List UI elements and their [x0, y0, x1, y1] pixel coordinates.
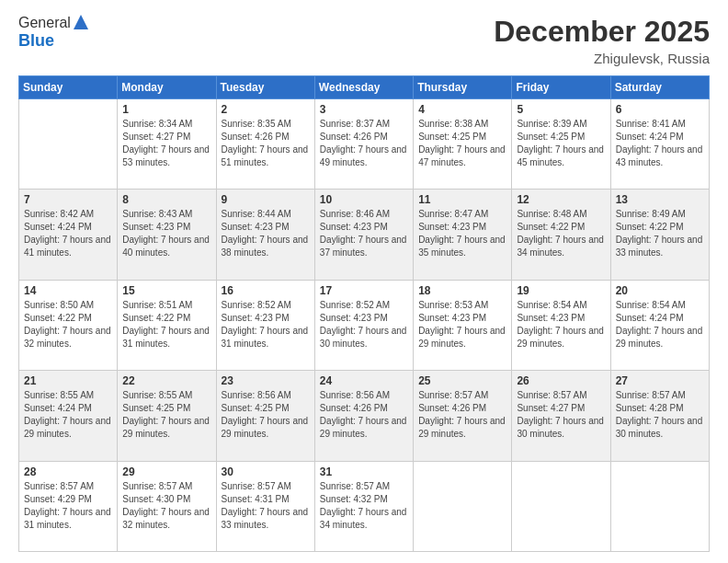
- sunset-text: Sunset: 4:29 PM: [24, 493, 112, 506]
- col-thursday: Thursday: [414, 76, 512, 99]
- day-info: Sunrise: 8:35 AMSunset: 4:26 PMDaylight:…: [222, 118, 310, 169]
- col-saturday: Saturday: [610, 76, 709, 99]
- sunrise-text: Sunrise: 8:55 AM: [24, 389, 112, 402]
- day-info: Sunrise: 8:56 AMSunset: 4:26 PMDaylight:…: [320, 389, 408, 441]
- day-number: 17: [320, 284, 408, 297]
- table-cell: 30Sunrise: 8:57 AMSunset: 4:31 PMDayligh…: [216, 461, 314, 551]
- daylight-text: Daylight: 7 hours and 29 minutes.: [418, 325, 506, 350]
- sunrise-text: Sunrise: 8:37 AM: [320, 118, 408, 131]
- day-number: 18: [418, 284, 506, 297]
- sunset-text: Sunset: 4:28 PM: [616, 402, 704, 415]
- table-cell: 8Sunrise: 8:43 AMSunset: 4:23 PMDaylight…: [118, 190, 216, 280]
- logo-blue-text: Blue: [18, 31, 54, 50]
- daylight-text: Daylight: 7 hours and 31 minutes.: [222, 325, 310, 350]
- sunset-text: Sunset: 4:23 PM: [418, 312, 506, 325]
- month-title: December 2025: [494, 15, 710, 49]
- sunset-text: Sunset: 4:22 PM: [122, 312, 210, 325]
- sunrise-text: Sunrise: 8:57 AM: [24, 480, 112, 493]
- sunrise-text: Sunrise: 8:46 AM: [320, 208, 408, 221]
- table-cell: 10Sunrise: 8:46 AMSunset: 4:23 PMDayligh…: [314, 190, 413, 280]
- table-cell: 16Sunrise: 8:52 AMSunset: 4:23 PMDayligh…: [216, 280, 314, 370]
- sunset-text: Sunset: 4:23 PM: [222, 312, 310, 325]
- sunset-text: Sunset: 4:26 PM: [222, 131, 310, 144]
- sunset-text: Sunset: 4:25 PM: [517, 131, 605, 144]
- daylight-text: Daylight: 7 hours and 35 minutes.: [418, 234, 506, 259]
- day-number: 6: [616, 103, 704, 116]
- table-cell: [610, 461, 709, 551]
- sunset-text: Sunset: 4:24 PM: [616, 312, 704, 325]
- day-number: 21: [24, 374, 112, 387]
- sunset-text: Sunset: 4:24 PM: [616, 131, 704, 144]
- sunset-text: Sunset: 4:23 PM: [320, 312, 408, 325]
- table-cell: 28Sunrise: 8:57 AMSunset: 4:29 PMDayligh…: [19, 461, 118, 551]
- table-cell: 14Sunrise: 8:50 AMSunset: 4:22 PMDayligh…: [19, 280, 118, 370]
- daylight-text: Daylight: 7 hours and 53 minutes.: [122, 144, 210, 169]
- table-cell: 21Sunrise: 8:55 AMSunset: 4:24 PMDayligh…: [19, 371, 118, 461]
- day-info: Sunrise: 8:44 AMSunset: 4:23 PMDaylight:…: [222, 208, 310, 259]
- table-cell: 26Sunrise: 8:57 AMSunset: 4:27 PMDayligh…: [512, 371, 610, 461]
- table-cell: 12Sunrise: 8:48 AMSunset: 4:22 PMDayligh…: [512, 190, 610, 280]
- day-number: 15: [122, 284, 210, 297]
- sunrise-text: Sunrise: 8:41 AM: [616, 118, 704, 131]
- sunrise-text: Sunrise: 8:57 AM: [616, 389, 704, 402]
- daylight-text: Daylight: 7 hours and 33 minutes.: [222, 506, 310, 532]
- sunset-text: Sunset: 4:25 PM: [418, 131, 506, 144]
- page: General Blue December 2025 Zhigulevsk, R…: [0, 0, 728, 563]
- sunset-text: Sunset: 4:26 PM: [320, 402, 408, 415]
- daylight-text: Daylight: 7 hours and 51 minutes.: [222, 144, 310, 169]
- day-number: 25: [418, 374, 506, 387]
- day-info: Sunrise: 8:53 AMSunset: 4:23 PMDaylight:…: [418, 299, 506, 350]
- sunrise-text: Sunrise: 8:57 AM: [320, 480, 408, 493]
- sunset-text: Sunset: 4:25 PM: [122, 402, 210, 415]
- sunrise-text: Sunrise: 8:52 AM: [222, 299, 310, 312]
- day-number: 28: [24, 465, 112, 478]
- sunset-text: Sunset: 4:24 PM: [24, 402, 112, 415]
- table-cell: 2Sunrise: 8:35 AMSunset: 4:26 PMDaylight…: [216, 99, 314, 190]
- day-info: Sunrise: 8:55 AMSunset: 4:24 PMDaylight:…: [24, 389, 112, 441]
- day-info: Sunrise: 8:54 AMSunset: 4:23 PMDaylight:…: [517, 299, 605, 350]
- sunset-text: Sunset: 4:23 PM: [222, 221, 310, 234]
- table-cell: 27Sunrise: 8:57 AMSunset: 4:28 PMDayligh…: [610, 371, 709, 461]
- daylight-text: Daylight: 7 hours and 49 minutes.: [320, 144, 408, 169]
- day-number: 16: [222, 284, 310, 297]
- calendar-row-2: 14Sunrise: 8:50 AMSunset: 4:22 PMDayligh…: [19, 280, 710, 370]
- day-number: 5: [517, 103, 605, 116]
- table-cell: 19Sunrise: 8:54 AMSunset: 4:23 PMDayligh…: [512, 280, 610, 370]
- sunrise-text: Sunrise: 8:34 AM: [122, 118, 210, 131]
- table-cell: 11Sunrise: 8:47 AMSunset: 4:23 PMDayligh…: [414, 190, 512, 280]
- day-info: Sunrise: 8:57 AMSunset: 4:32 PMDaylight:…: [320, 480, 408, 532]
- day-info: Sunrise: 8:57 AMSunset: 4:29 PMDaylight:…: [24, 480, 112, 532]
- sunset-text: Sunset: 4:22 PM: [517, 221, 605, 234]
- logo-triangle-icon: [73, 14, 89, 30]
- sunset-text: Sunset: 4:22 PM: [616, 221, 704, 234]
- day-info: Sunrise: 8:52 AMSunset: 4:23 PMDaylight:…: [222, 299, 310, 350]
- day-info: Sunrise: 8:50 AMSunset: 4:22 PMDaylight:…: [24, 299, 112, 350]
- day-info: Sunrise: 8:46 AMSunset: 4:23 PMDaylight:…: [320, 208, 408, 259]
- daylight-text: Daylight: 7 hours and 30 minutes.: [616, 415, 704, 441]
- table-cell: [19, 99, 118, 190]
- sunrise-text: Sunrise: 8:35 AM: [222, 118, 310, 131]
- sunrise-text: Sunrise: 8:43 AM: [122, 208, 210, 221]
- sunrise-text: Sunrise: 8:56 AM: [222, 389, 310, 402]
- sunrise-text: Sunrise: 8:47 AM: [418, 208, 506, 221]
- sunrise-text: Sunrise: 8:54 AM: [517, 299, 605, 312]
- sunset-text: Sunset: 4:31 PM: [222, 493, 310, 506]
- table-cell: 25Sunrise: 8:57 AMSunset: 4:26 PMDayligh…: [414, 371, 512, 461]
- sunrise-text: Sunrise: 8:48 AM: [517, 208, 605, 221]
- day-info: Sunrise: 8:38 AMSunset: 4:25 PMDaylight:…: [418, 118, 506, 169]
- day-number: 22: [122, 374, 210, 387]
- daylight-text: Daylight: 7 hours and 31 minutes.: [122, 325, 210, 350]
- day-info: Sunrise: 8:57 AMSunset: 4:30 PMDaylight:…: [122, 480, 210, 532]
- table-cell: 7Sunrise: 8:42 AMSunset: 4:24 PMDaylight…: [19, 190, 118, 280]
- calendar-row-1: 7Sunrise: 8:42 AMSunset: 4:24 PMDaylight…: [19, 190, 710, 280]
- day-number: 4: [418, 103, 506, 116]
- day-number: 8: [122, 193, 210, 206]
- sunset-text: Sunset: 4:23 PM: [517, 312, 605, 325]
- day-info: Sunrise: 8:48 AMSunset: 4:22 PMDaylight:…: [517, 208, 605, 259]
- sunrise-text: Sunrise: 8:42 AM: [24, 208, 112, 221]
- daylight-text: Daylight: 7 hours and 29 minutes.: [122, 415, 210, 441]
- daylight-text: Daylight: 7 hours and 37 minutes.: [320, 234, 408, 259]
- table-cell: 15Sunrise: 8:51 AMSunset: 4:22 PMDayligh…: [118, 280, 216, 370]
- table-cell: 4Sunrise: 8:38 AMSunset: 4:25 PMDaylight…: [414, 99, 512, 190]
- day-number: 26: [517, 374, 605, 387]
